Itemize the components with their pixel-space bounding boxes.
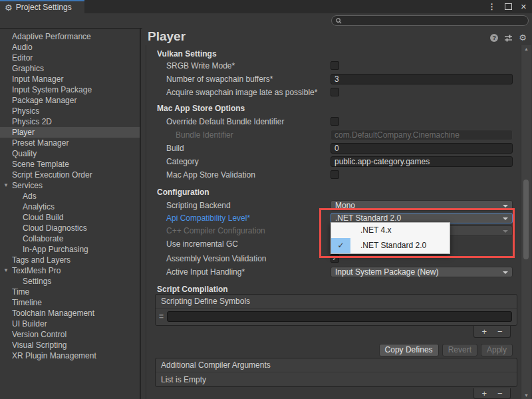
acquire-swapchain-checkbox[interactable] — [331, 88, 339, 96]
popup-option-netstandard20[interactable]: ✓ .NET Standard 2.0 — [331, 238, 450, 253]
sidebar-item-label: Collaborate — [23, 234, 63, 243]
sidebar-item-label: Services — [12, 181, 43, 190]
help-icon[interactable]: ? — [490, 34, 498, 42]
window-menu-icon[interactable]: ⋮ — [488, 2, 496, 11]
remove-button[interactable]: − — [497, 389, 503, 398]
sidebar-item-ui-builder[interactable]: UI Builder — [0, 319, 140, 329]
define-symbol-input[interactable] — [167, 311, 512, 322]
sidebar-item-audio[interactable]: Audio — [0, 42, 140, 53]
assembly-validation-checkbox[interactable]: ✓ — [331, 254, 339, 263]
gear-icon[interactable]: ⚙ — [519, 33, 527, 42]
sidebar-item-toolchain-management[interactable]: Toolchain Management — [0, 308, 140, 319]
field-label: Assembly Version Validation — [166, 254, 267, 263]
sidebar-item-in-app-purchasing[interactable]: In-App Purchasing — [0, 244, 140, 255]
sidebar-item-services[interactable]: ▼Services — [0, 180, 140, 191]
foldout-triangle-icon[interactable]: ▼ — [3, 180, 9, 191]
sidebar-item-adaptive-performance[interactable]: Adaptive Performance — [0, 31, 140, 42]
sidebar-item-input-manager[interactable]: Input Manager — [0, 74, 140, 84]
dropdown-value: .NET Standard 2.0 — [335, 213, 401, 223]
sidebar-item-graphics[interactable]: Graphics — [0, 63, 140, 74]
tab-project-settings[interactable]: ⚙ Project Settings — [0, 0, 84, 13]
compiler-args-list-controls: + − — [473, 388, 511, 399]
add-button[interactable]: + — [481, 389, 487, 398]
section-header-row: Configuration — [142, 186, 521, 198]
sidebar-item-physics[interactable]: Physics — [0, 106, 140, 116]
section-header-row: Mac App Store Options — [142, 102, 521, 114]
search-box[interactable] — [331, 15, 529, 26]
box-header: Scripting Define Symbols — [156, 295, 517, 308]
srgb-write-mode-checkbox[interactable] — [331, 61, 339, 70]
sidebar-item-visual-scripting[interactable]: Visual Scripting — [0, 340, 140, 350]
sidebar-item-label: Tags and Layers — [12, 255, 70, 265]
sidebar-item-scene-template[interactable]: Scene Template — [0, 159, 140, 170]
sidebar-item-label: Toolchain Management — [12, 309, 94, 318]
sidebar-item-timeline[interactable]: Timeline — [0, 297, 140, 308]
scroll-up-icon[interactable]: ▲ — [521, 47, 531, 51]
sidebar-item-physics-2d[interactable]: Physics 2D — [0, 116, 140, 127]
foldout-triangle-icon[interactable]: ▼ — [3, 265, 9, 276]
sidebar-item-quality[interactable]: Quality — [0, 148, 140, 159]
drag-handle-icon[interactable]: = — [159, 312, 164, 321]
maximize-icon[interactable] — [505, 3, 512, 10]
define-symbol-row: = — [156, 308, 517, 326]
sidebar-item-label: Ads — [23, 192, 37, 201]
sidebar-item-player[interactable]: Player — [0, 127, 140, 138]
sidebar-item-xr-plugin-management[interactable]: XR Plugin Management — [0, 350, 140, 361]
close-icon[interactable]: ✕ — [521, 3, 527, 11]
sidebar-item-label: Quality — [12, 149, 37, 158]
swapchain-buffers-input[interactable] — [331, 74, 513, 84]
sidebar-item-input-system-package[interactable]: Input System Package — [0, 84, 140, 95]
additional-compiler-arguments-box: Additional Compiler Arguments List is Em… — [155, 358, 517, 387]
sidebar-item-version-control[interactable]: Version Control — [0, 329, 140, 340]
section-header: Script Compilation — [157, 285, 228, 294]
search-input[interactable] — [344, 17, 517, 25]
scrollbar-thumb[interactable] — [523, 180, 529, 259]
field-label: C++ Compiler Configuration — [166, 226, 265, 235]
apply-button: Apply — [481, 344, 513, 356]
vertical-scrollbar: ▲ ▼ — [521, 45, 531, 399]
scripting-backend-dropdown[interactable]: Mono — [331, 200, 513, 211]
page-title: Player — [148, 29, 186, 44]
box-header: Additional Compiler Arguments — [156, 358, 517, 372]
sidebar-item-label: Input Manager — [12, 74, 63, 84]
popup-option-net4x[interactable]: .NET 4.x — [331, 223, 450, 238]
sidebar-item-label: Player — [12, 128, 35, 137]
build-input[interactable] — [331, 143, 513, 154]
section-header-row: Vulkan Settings — [142, 48, 521, 60]
sidebar-item-preset-manager[interactable]: Preset Manager — [0, 138, 140, 148]
sidebar-item-package-manager[interactable]: Package Manager — [0, 95, 140, 106]
field-label: Mac App Store Validation — [166, 170, 255, 180]
field-label: Build — [166, 144, 184, 153]
toolbar — [0, 13, 532, 29]
field-label: Number of swapchain buffers* — [166, 74, 273, 84]
sidebar-item-tags-and-layers[interactable]: Tags and Layers — [0, 255, 140, 265]
override-bundle-checkbox[interactable] — [331, 117, 339, 126]
active-input-handling-dropdown[interactable]: Input System Package (New) — [331, 267, 513, 277]
remove-button[interactable]: − — [497, 327, 503, 336]
sidebar-item-label: Package Manager — [12, 96, 76, 105]
sidebar-item-cloud-build[interactable]: Cloud Build — [0, 212, 140, 223]
copy-defines-button[interactable]: Copy Defines — [379, 344, 439, 356]
sidebar-item-analytics[interactable]: Analytics — [0, 201, 140, 212]
sidebar-item-label: Physics — [12, 106, 39, 116]
scroll-down-icon[interactable]: ▼ — [521, 393, 531, 398]
sidebar-item-editor[interactable]: Editor — [0, 53, 140, 63]
field-label: Use incremental GC — [166, 239, 238, 249]
sidebar-item-collaborate[interactable]: Collaborate — [0, 233, 140, 244]
sidebar-item-time[interactable]: Time — [0, 287, 140, 297]
sidebar-item-ads[interactable]: Ads — [0, 191, 140, 201]
sidebar-item-cloud-diagnostics[interactable]: Cloud Diagnostics — [0, 223, 140, 233]
sidebar-item-textmesh-pro[interactable]: ▼TextMesh Pro — [0, 265, 140, 276]
sidebar-item-textmesh-settings[interactable]: Settings — [0, 276, 140, 287]
sidebar-item-label: Editor — [12, 53, 33, 63]
mac-validation-checkbox[interactable] — [331, 170, 339, 179]
field-row-scripting-backend: Scripting Backend Mono — [142, 200, 521, 211]
field-row-srgb: SRGB Write Mode* — [142, 60, 521, 72]
dropdown-arrow-icon — [503, 230, 508, 233]
presets-icon[interactable] — [504, 34, 513, 42]
settings-gear-icon: ⚙ — [5, 3, 13, 12]
sidebar-item-script-execution-order[interactable]: Script Execution Order — [0, 170, 140, 180]
category-input[interactable] — [331, 156, 513, 167]
field-label: Active Input Handling* — [166, 267, 245, 277]
add-button[interactable]: + — [481, 327, 487, 336]
